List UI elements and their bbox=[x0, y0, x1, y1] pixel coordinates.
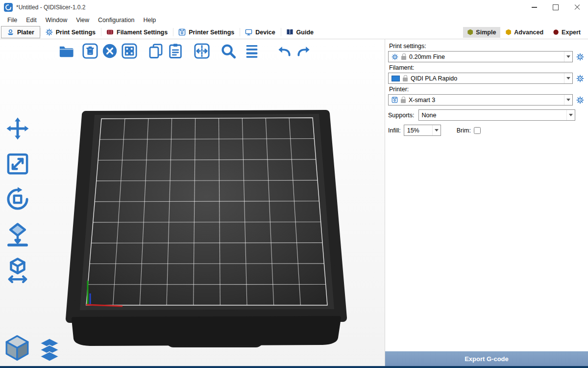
split-button[interactable] bbox=[192, 41, 212, 61]
print-settings-value: 0.20mm Fine bbox=[409, 53, 445, 60]
printer-value: X-smart 3 bbox=[409, 97, 435, 104]
print-settings-gear-button[interactable] bbox=[575, 51, 585, 62]
print-bed[interactable] bbox=[0, 39, 385, 368]
search-button[interactable] bbox=[219, 41, 238, 61]
copy-icon bbox=[147, 43, 164, 59]
arrange-button[interactable] bbox=[120, 41, 139, 61]
menu-bar: File Edit Window View Configuration Help bbox=[0, 15, 588, 26]
tab-guide[interactable]: Guide bbox=[281, 26, 319, 39]
printer-gear-button[interactable] bbox=[575, 94, 585, 105]
mode-label: Simple bbox=[476, 29, 496, 36]
maximize-icon[interactable] bbox=[545, 0, 566, 15]
open-button[interactable] bbox=[57, 41, 76, 61]
window-controls bbox=[523, 0, 588, 15]
infill-value: 15% bbox=[407, 127, 419, 134]
redo-button[interactable] bbox=[294, 41, 314, 61]
delete-all-button[interactable] bbox=[100, 41, 120, 61]
mode-expert[interactable]: Expert bbox=[549, 27, 585, 38]
place-on-face-icon bbox=[4, 221, 31, 248]
mode-simple[interactable]: Simple bbox=[463, 27, 500, 38]
minimize-icon[interactable] bbox=[523, 0, 545, 15]
infill-combo[interactable]: 15% bbox=[404, 125, 441, 136]
tab-label: Guide bbox=[296, 29, 314, 36]
tab-printer-settings[interactable]: Printer Settings bbox=[173, 26, 240, 39]
tab-print-settings[interactable]: Print Settings bbox=[40, 26, 101, 39]
mode-advanced[interactable]: Advanced bbox=[501, 27, 548, 38]
export-gcode-button[interactable]: Export G-code bbox=[385, 351, 588, 366]
menu-configuration[interactable]: Configuration bbox=[94, 17, 139, 24]
delete-icon bbox=[82, 43, 98, 59]
undo-icon bbox=[276, 43, 293, 59]
place-on-face-button[interactable] bbox=[3, 220, 32, 249]
bed-front-face bbox=[74, 318, 339, 344]
gear-icon bbox=[576, 53, 584, 61]
scale-button[interactable] bbox=[3, 149, 32, 179]
mode-label: Expert bbox=[562, 29, 581, 36]
filament-label: Filament: bbox=[389, 64, 585, 71]
open-icon bbox=[58, 43, 75, 59]
printer-icon bbox=[178, 28, 186, 36]
redo-icon bbox=[295, 43, 312, 59]
undo-button[interactable] bbox=[274, 41, 294, 61]
brim-checkbox[interactable] bbox=[474, 127, 481, 134]
paste-button[interactable] bbox=[166, 41, 185, 61]
menu-edit[interactable]: Edit bbox=[22, 17, 41, 24]
tab-label: Filament Settings bbox=[117, 29, 168, 36]
filament-gear-button[interactable] bbox=[575, 73, 585, 84]
filament-combo[interactable]: QIDI PLA Rapido bbox=[388, 73, 573, 84]
dropdown-arrow[interactable] bbox=[564, 73, 572, 83]
print-settings-combo[interactable]: 0.20mm Fine bbox=[388, 51, 573, 62]
lock-icon bbox=[401, 56, 406, 60]
menu-view[interactable]: View bbox=[72, 17, 94, 24]
print-settings-label: Print settings: bbox=[389, 43, 585, 50]
tab-label: Printer Settings bbox=[189, 29, 234, 36]
supports-label: Supports: bbox=[388, 112, 415, 119]
dropdown-arrow[interactable] bbox=[566, 110, 575, 120]
printer-label: Printer: bbox=[389, 86, 585, 93]
simple-mode-icon bbox=[467, 29, 473, 35]
variable-layer-height-button[interactable] bbox=[242, 41, 262, 61]
brim-label: Brim: bbox=[457, 127, 471, 134]
printer-icon bbox=[392, 97, 398, 103]
split-icon bbox=[194, 43, 210, 59]
move-button[interactable] bbox=[3, 114, 32, 143]
menu-file[interactable]: File bbox=[3, 17, 22, 24]
rotate-icon bbox=[4, 186, 31, 212]
3d-viewport[interactable] bbox=[0, 39, 385, 368]
dropdown-arrow[interactable] bbox=[564, 95, 572, 105]
close-icon[interactable] bbox=[566, 0, 588, 15]
lock-icon bbox=[403, 78, 408, 81]
app-logo-icon bbox=[4, 3, 13, 12]
scale-to-fit-icon bbox=[4, 257, 31, 283]
window-title: *Untitled - QIDISlicer-1.0.2 bbox=[16, 4, 85, 11]
tab-device[interactable]: Device bbox=[240, 26, 280, 39]
advanced-mode-icon bbox=[506, 29, 511, 35]
search-icon bbox=[220, 43, 237, 59]
copy-button[interactable] bbox=[146, 41, 166, 61]
dropdown-arrow[interactable] bbox=[432, 125, 441, 135]
delete-button[interactable] bbox=[80, 41, 100, 61]
supports-combo[interactable]: None bbox=[418, 109, 575, 121]
tab-label: Print Settings bbox=[56, 29, 96, 36]
3d-view-icon bbox=[3, 334, 31, 362]
menu-help[interactable]: Help bbox=[139, 17, 160, 24]
scale-to-fit-button[interactable] bbox=[3, 255, 32, 285]
print-surface bbox=[86, 118, 327, 305]
menu-window[interactable]: Window bbox=[41, 17, 72, 24]
3d-view-button[interactable] bbox=[3, 334, 31, 362]
tab-filament-settings[interactable]: Filament Settings bbox=[101, 26, 173, 39]
layers-view-icon bbox=[37, 338, 62, 362]
tab-label: Plater bbox=[17, 29, 34, 36]
printer-combo[interactable]: X-smart 3 bbox=[388, 94, 573, 105]
device-icon bbox=[245, 28, 252, 36]
gear-icon bbox=[576, 96, 584, 104]
tab-plater[interactable]: Plater bbox=[1, 26, 40, 38]
view-toolbar bbox=[3, 334, 62, 362]
dropdown-arrow[interactable] bbox=[564, 52, 572, 62]
mode-label: Advanced bbox=[514, 29, 543, 36]
layers-view-button[interactable] bbox=[37, 338, 62, 362]
title-bar: *Untitled - QIDISlicer-1.0.2 bbox=[0, 0, 588, 15]
settings-sidebar: Print settings: 0.20mm Fine bbox=[385, 39, 588, 368]
rotate-button[interactable] bbox=[3, 184, 32, 214]
infill-label: Infill: bbox=[388, 127, 401, 134]
